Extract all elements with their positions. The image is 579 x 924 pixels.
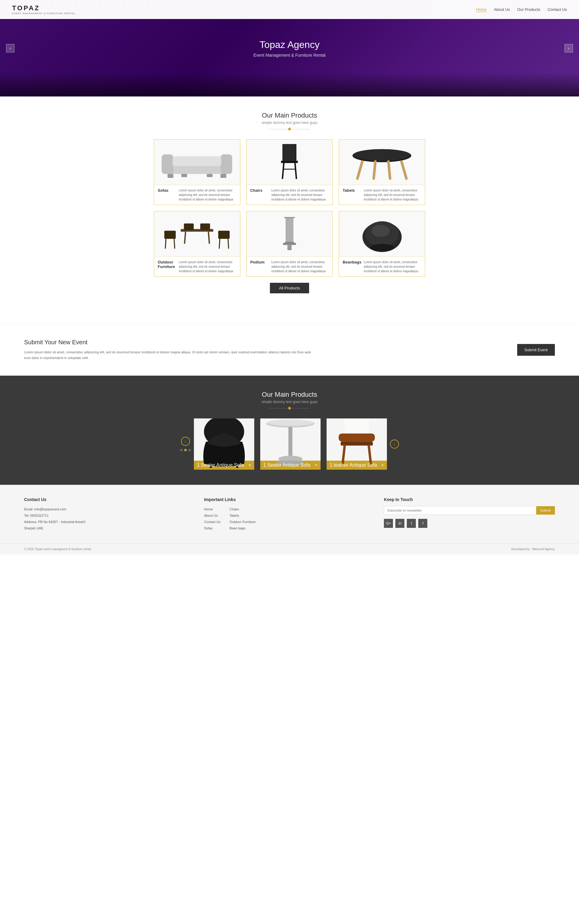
social-icons: G+ in t f (384, 519, 555, 528)
product-desc-tables: Lorem ipsum dolor sit amet, consectetur … (364, 188, 421, 202)
product-desc-sofas: Lorem ipsum dolor sit amet, consectetur … (179, 188, 236, 202)
main-products-section: Our Main Products simple dummy text goes… (0, 96, 579, 323)
nav-contact[interactable]: Contact Us (548, 7, 567, 12)
footer-contact: Contact Us Email: info@topazevent.com Te… (24, 497, 195, 532)
product-info-podium: Podium Lorem ipsum dolor sit amet, conse… (247, 256, 333, 276)
product-img-tables (339, 140, 425, 185)
carousel-add-icon-3[interactable]: + (381, 462, 384, 468)
social-googleplus[interactable]: G+ (384, 519, 393, 528)
svg-rect-29 (184, 224, 194, 230)
product-card-sofas: Sofas Lorem ipsum dolor sit amet, consec… (154, 139, 240, 205)
svg-line-27 (219, 239, 220, 248)
svg-rect-34 (283, 243, 296, 245)
product-info-beanbags: Beanbags Lorem ipsum dolor sit amet, con… (339, 256, 425, 276)
footer-link-chairs[interactable]: Chairs (229, 506, 256, 513)
svg-point-15 (353, 149, 411, 161)
product-card-outdoor: Outdoor Furniture Lorem ipsum dolor sit … (154, 211, 240, 277)
carousel-wrap: ‹ (24, 418, 555, 470)
hero-prev-button[interactable]: ‹ (6, 44, 15, 52)
footer-contact-title: Contact Us (24, 497, 195, 502)
carousel-card-1: 1 Seater Antique Sofa + (194, 418, 254, 470)
svg-rect-30 (200, 224, 210, 230)
svg-line-17 (402, 162, 407, 178)
main-products-heading: Our Main Products simple dummy text goes… (24, 111, 555, 125)
newsletter-submit-button[interactable]: Submit (536, 506, 555, 514)
carousel-next-button[interactable]: › (390, 439, 399, 449)
submit-event-section: Submit Your New Event Lorem ipsum dolor … (0, 323, 579, 375)
footer-link-sofas[interactable]: Sofas (204, 525, 221, 532)
submit-event-button[interactable]: Submit Event (517, 344, 555, 356)
footer-link-tables[interactable]: Tabels (229, 513, 256, 519)
social-linkedin[interactable]: in (395, 519, 404, 528)
product-img-chairs (247, 140, 333, 185)
footer-copyright: © 2016 Topaz event managment & furniture… (24, 547, 91, 551)
product-card-tables: Tabels Lorem ipsum dolor sit amet, conse… (339, 139, 425, 205)
footer-link-beanbags[interactable]: Bean bags (229, 525, 256, 532)
footer-email: Email: info@topazevent.com (24, 506, 195, 513)
dark-divider-right (292, 408, 310, 408)
svg-point-38 (371, 225, 389, 237)
nav-products[interactable]: Our Products (517, 7, 540, 12)
svg-line-25 (174, 239, 175, 248)
all-products-wrap: All Products (24, 283, 555, 293)
footer-link-outdoor[interactable]: Outdoor Furniture (229, 519, 256, 525)
svg-rect-35 (287, 245, 292, 250)
dark-products-title: Our Main Products (24, 391, 555, 398)
carousel-dot-1[interactable] (180, 449, 182, 451)
svg-line-22 (208, 232, 209, 243)
svg-rect-50 (339, 434, 375, 442)
divider-line-left (269, 129, 287, 129)
carousel-label-text-2: 1 Seater Antique Sofa (263, 462, 310, 468)
product-name-sofas: Sofas (158, 188, 176, 193)
main-products-subtitle: simple dummy text goes here guys (24, 121, 555, 125)
svg-rect-6 (181, 174, 187, 177)
footer-links-col2: Chairs Tabels Outdoor Furniture Bean bag… (229, 506, 256, 532)
footer-links-col1: Home About Us Contact Us Sofas (204, 506, 221, 532)
carousel-items: 1 Seater Antique Sofa + 1 Seater Ant (194, 418, 387, 470)
dark-section-divider (24, 407, 555, 410)
hero-next-button[interactable]: › (564, 44, 573, 52)
svg-line-52 (343, 446, 345, 464)
carousel-card-3: 1 leather Antique Sofa + (327, 418, 387, 470)
svg-line-12 (295, 163, 297, 179)
submit-content: Submit Your New Event Lorem ipsum dolor … (24, 339, 316, 361)
newsletter-input[interactable] (384, 506, 536, 514)
social-facebook[interactable]: f (418, 519, 427, 528)
product-info-outdoor: Outdoor Furniture Lorem ipsum dolor sit … (154, 256, 240, 276)
carousel-label-text-1: 1 Seater Antique Sofa (197, 462, 244, 468)
nav-about[interactable]: About Us (494, 7, 510, 12)
footer-link-about[interactable]: About Us (204, 513, 221, 519)
footer-bottom: © 2016 Topaz event managment & furniture… (0, 544, 579, 554)
all-products-button[interactable]: All Products (270, 283, 309, 293)
product-img-outdoor (154, 211, 240, 256)
product-info-sofas: Sofas Lorem ipsum dolor sit amet, consec… (154, 185, 240, 205)
carousel-add-icon-1[interactable]: + (249, 462, 251, 468)
nav-links: Home About Us Our Products Contact Us (476, 7, 567, 12)
carousel-dot-3[interactable] (188, 449, 191, 451)
carousel-dot-2[interactable] (184, 449, 186, 451)
product-img-podium (247, 211, 333, 256)
svg-rect-23 (164, 231, 176, 239)
dark-products-subtitle: simple dummy text goes here guys (24, 400, 555, 404)
footer-address: Address: PB No 84267 - Industrial Area#1 (24, 519, 195, 525)
footer-link-home[interactable]: Home (204, 506, 221, 513)
svg-rect-9 (283, 145, 296, 160)
carousel-prev-button[interactable]: ‹ (181, 437, 190, 446)
svg-rect-26 (218, 231, 230, 239)
divider-line-right (292, 129, 310, 129)
submit-desc: Lorem ipsum dolor sit amet, consectetur … (24, 349, 316, 361)
carousel-img-3 (327, 418, 387, 460)
footer-city: Sharjah UAE (24, 525, 195, 532)
footer-link-contact[interactable]: Contact Us (204, 519, 221, 525)
product-info-tables: Tabels Lorem ipsum dolor sit amet, conse… (339, 185, 425, 205)
dark-products-section: Our Main Products simple dummy text goes… (0, 375, 579, 485)
carousel-card-2: 1 Seater Antique Sofa + (260, 418, 321, 470)
footer-links-title: Important Links (204, 497, 375, 502)
nav-home[interactable]: Home (476, 7, 487, 12)
footer-keep-title: Keep In Touch (384, 497, 555, 502)
carousel-label-text-3: 1 leather Antique Sofa (330, 462, 377, 468)
social-twitter[interactable]: t (407, 519, 416, 528)
carousel-add-icon-2[interactable]: + (315, 462, 317, 468)
svg-line-21 (185, 232, 185, 243)
svg-rect-2 (221, 154, 232, 174)
